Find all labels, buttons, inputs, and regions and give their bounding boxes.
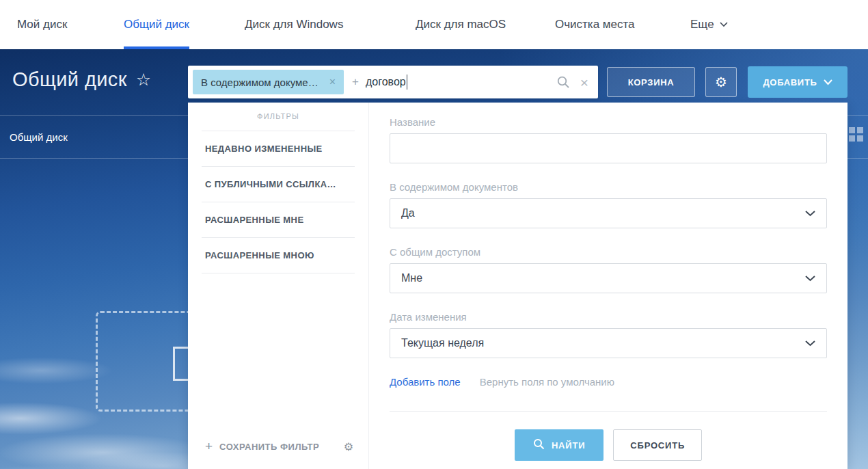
save-filter-button[interactable]: + СОХРАНИТЬ ФИЛЬТР ⚙ (205, 439, 353, 454)
chevron-down-icon (805, 207, 815, 219)
chevron-down-icon (805, 272, 815, 284)
clear-search-icon[interactable]: × (580, 75, 588, 90)
page-title: Общий диск ☆ (12, 68, 152, 91)
nav-item-disk-windows[interactable]: Диск для Windows (245, 0, 343, 49)
top-navigation: Мой диск Общий диск Диск для Windows Дис… (0, 0, 868, 49)
filters-heading: ФИЛЬТРЫ (202, 112, 355, 131)
reset-button[interactable]: СБРОСИТЬ (613, 429, 702, 461)
name-field[interactable] (390, 133, 827, 163)
shared-access-select[interactable]: Мне (390, 263, 827, 293)
nav-item-shared-disk[interactable]: Общий диск (124, 0, 189, 49)
chevron-down-icon (805, 337, 815, 349)
reset-fields-label: Вернуть поля по умолчанию (480, 376, 614, 388)
plus-icon: + (205, 439, 213, 454)
search-icon[interactable] (556, 75, 570, 89)
nav-item-more[interactable]: Еще (690, 0, 728, 49)
field-label-in-documents: В содержимом документов (390, 181, 827, 193)
search-form: Название В содержимом документов Да С об… (369, 103, 847, 469)
filter-item-shared-by-me[interactable]: РАСШАРЕННЫЕ МНОЮ (202, 238, 355, 273)
nav-item-disk-macos[interactable]: Диск для macOS (416, 0, 506, 49)
favorite-star-icon[interactable]: ☆ (136, 70, 152, 90)
in-documents-select[interactable]: Да (390, 198, 827, 228)
search-filter-chip[interactable]: В содержимом докуме… × (193, 70, 344, 94)
field-label-name: Название (390, 116, 827, 128)
breadcrumb: Общий диск (10, 131, 68, 143)
nav-item-cleanup[interactable]: Очистка места (555, 0, 635, 49)
add-button[interactable]: ДОБАВИТЬ (748, 66, 847, 98)
nav-item-my-disk[interactable]: Мой диск (17, 0, 67, 49)
grid-view-icon[interactable] (849, 127, 863, 142)
field-label-modified-date: Дата изменения (390, 311, 827, 323)
chip-remove-icon[interactable]: × (329, 76, 336, 88)
chevron-down-icon (824, 77, 832, 88)
modified-date-select[interactable]: Текущая неделя (390, 328, 827, 358)
search-query-text[interactable]: договор (366, 76, 406, 88)
chip-label: В содержимом докуме… (201, 77, 318, 88)
chevron-down-icon (720, 0, 728, 49)
filter-item-recently-modified[interactable]: НЕДАВНО ИЗМЕНЕННЫЕ (202, 131, 355, 167)
filter-item-shared-to-me[interactable]: РАСШАРЕННЫЕ МНЕ (202, 202, 355, 238)
gear-icon[interactable]: ⚙ (344, 440, 353, 453)
form-divider (390, 411, 827, 412)
active-tab-underline (124, 46, 189, 49)
search-filters-panel: ФИЛЬТРЫ НЕДАВНО ИЗМЕНЕННЫЕ С ПУБЛИЧНЫМИ … (188, 103, 847, 469)
text-cursor (407, 75, 408, 90)
search-icon (533, 438, 545, 452)
settings-button[interactable]: ⚙ (705, 67, 737, 97)
app-window: Общий диск Мой диск Общий диск Диск для … (0, 0, 868, 469)
gear-icon: ⚙ (715, 74, 727, 90)
plus-icon: + (352, 75, 359, 89)
saved-filters-column: ФИЛЬТРЫ НЕДАВНО ИЗМЕНЕННЫЕ С ПУБЛИЧНЫМИ … (188, 103, 369, 469)
field-label-shared-access: С общим доступом (390, 246, 827, 258)
trash-button[interactable]: КОРЗИНА (607, 67, 695, 97)
find-button[interactable]: НАЙТИ (515, 429, 603, 461)
search-bar[interactable]: В содержимом докуме… × + договор × (188, 66, 598, 98)
add-field-link[interactable]: Добавить поле (390, 376, 461, 388)
filter-item-public-links[interactable]: С ПУБЛИЧНЫМИ ССЫЛКА… (202, 167, 355, 202)
